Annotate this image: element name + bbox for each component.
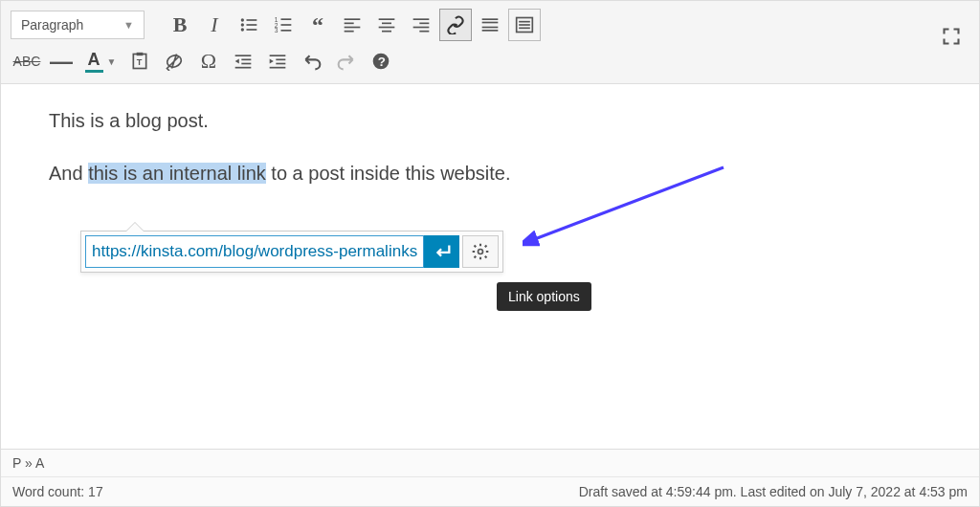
insert-link-button[interactable] — [439, 9, 472, 41]
svg-rect-39 — [235, 67, 252, 69]
svg-rect-23 — [419, 31, 429, 33]
svg-rect-11 — [281, 30, 292, 32]
svg-rect-4 — [247, 24, 257, 26]
toolbar-row-2: ABC — A ▼ T Ω ? — [11, 43, 969, 79]
svg-rect-30 — [519, 24, 530, 26]
paste-text-button[interactable]: T — [123, 45, 156, 77]
help-button[interactable]: ? — [365, 45, 397, 77]
svg-rect-21 — [419, 23, 429, 25]
svg-rect-31 — [519, 28, 530, 30]
text-color-a-icon: A — [85, 50, 103, 73]
svg-rect-15 — [345, 31, 354, 33]
text-after: to a post inside this website. — [266, 163, 511, 184]
fullscreen-button[interactable] — [935, 20, 968, 53]
svg-rect-37 — [241, 59, 251, 61]
svg-rect-22 — [413, 27, 430, 29]
selected-link-text: this is an internal link — [88, 163, 266, 184]
svg-point-1 — [241, 23, 244, 26]
svg-text:3: 3 — [275, 27, 278, 33]
svg-rect-33 — [137, 53, 144, 55]
indent-button[interactable] — [261, 45, 294, 77]
align-right-button[interactable] — [405, 9, 437, 41]
svg-rect-40 — [270, 55, 286, 56]
insert-more-button[interactable] — [474, 9, 506, 41]
svg-rect-18 — [379, 27, 395, 29]
svg-rect-25 — [482, 22, 499, 24]
text-before: And — [49, 163, 88, 184]
svg-rect-16 — [379, 18, 395, 20]
svg-point-2 — [241, 28, 244, 31]
svg-rect-38 — [241, 63, 251, 65]
popup-pointer — [125, 222, 145, 231]
block-format-select[interactable]: Paragraph ▼ — [11, 11, 145, 39]
svg-rect-19 — [382, 31, 391, 33]
svg-text:?: ? — [378, 55, 386, 69]
horizontal-rule-button[interactable]: — — [45, 45, 78, 77]
chevron-down-icon: ▼ — [107, 56, 117, 67]
word-count: Word count: 17 — [12, 484, 103, 499]
ordered-list-button[interactable]: 123 — [267, 9, 300, 41]
italic-button[interactable]: I — [198, 9, 231, 41]
undo-button[interactable] — [296, 45, 328, 77]
outdent-button[interactable] — [227, 45, 259, 77]
toolbar-row-1: Paragraph ▼ B I 123 “ — [11, 7, 969, 43]
blockquote-button[interactable]: “ — [301, 9, 334, 41]
svg-rect-10 — [281, 24, 292, 26]
svg-rect-13 — [345, 23, 354, 25]
svg-rect-26 — [482, 27, 499, 29]
status-info-row: Word count: 17 Draft saved at 4:59:44 pm… — [1, 477, 979, 506]
chevron-down-icon: ▼ — [123, 19, 134, 31]
svg-rect-43 — [270, 67, 286, 69]
svg-point-0 — [241, 18, 244, 21]
svg-rect-12 — [345, 18, 361, 20]
enter-icon — [432, 241, 453, 262]
element-path[interactable]: P » A — [1, 450, 979, 477]
strikethrough-button[interactable]: ABC — [11, 45, 43, 77]
link-options-tooltip: Link options — [497, 282, 591, 311]
redo-button[interactable] — [330, 45, 363, 77]
apply-link-button[interactable] — [424, 235, 460, 268]
toolbar-toggle-button[interactable] — [508, 9, 541, 41]
clear-formatting-button[interactable] — [158, 45, 190, 77]
status-bar: P » A Word count: 17 Draft saved at 4:59… — [1, 449, 979, 506]
svg-rect-29 — [519, 21, 530, 23]
gear-icon — [471, 242, 490, 261]
special-character-button[interactable]: Ω — [192, 45, 225, 77]
svg-rect-27 — [482, 30, 499, 32]
paragraph-1: This is a blog post. — [49, 105, 931, 136]
editor-toolbar: Paragraph ▼ B I 123 “ ABC — — [1, 1, 979, 84]
svg-text:T: T — [137, 57, 143, 67]
svg-rect-17 — [382, 23, 391, 25]
bold-button[interactable]: B — [164, 9, 196, 41]
svg-rect-9 — [281, 18, 292, 20]
unordered-list-button[interactable] — [233, 9, 265, 41]
svg-rect-20 — [413, 18, 430, 20]
svg-rect-24 — [482, 18, 499, 20]
svg-rect-42 — [276, 63, 285, 65]
block-format-label: Paragraph — [21, 17, 83, 33]
svg-rect-36 — [235, 55, 252, 56]
align-left-button[interactable] — [336, 9, 368, 41]
align-center-button[interactable] — [370, 9, 403, 41]
svg-rect-3 — [247, 19, 257, 21]
svg-rect-41 — [276, 59, 285, 61]
link-url-input[interactable] — [85, 235, 424, 268]
svg-point-46 — [479, 250, 483, 254]
save-status: Draft saved at 4:59:44 pm. Last edited o… — [579, 484, 968, 499]
link-options-button[interactable] — [462, 235, 499, 268]
svg-rect-14 — [345, 27, 361, 29]
svg-rect-5 — [247, 29, 257, 31]
text-color-button[interactable]: A ▼ — [79, 45, 122, 77]
link-edit-popup — [80, 231, 503, 273]
paragraph-2: And this is an internal link to a post i… — [49, 158, 931, 188]
